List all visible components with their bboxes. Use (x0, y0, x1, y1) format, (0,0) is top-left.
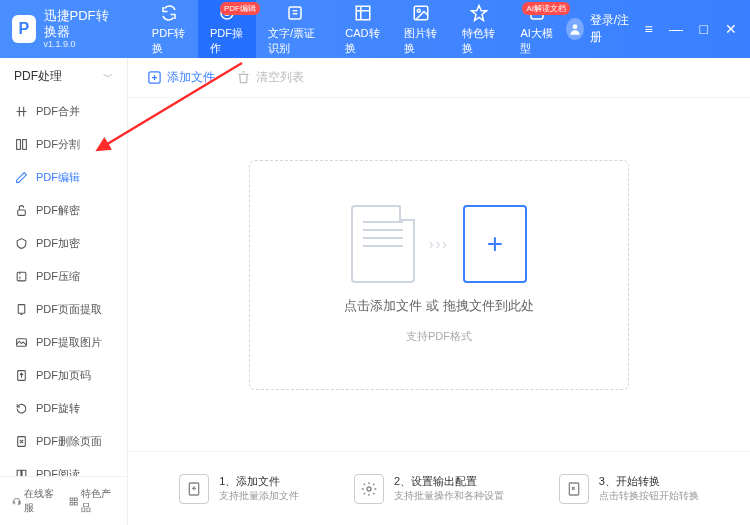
nav-image[interactable]: 图片转换 (392, 0, 450, 58)
sidebar-item-merge[interactable]: PDF合并 (0, 95, 127, 128)
plus-box-icon: + (463, 205, 527, 283)
nav-pdf-operate[interactable]: PDF编辑 PDF操作 (198, 0, 256, 58)
headset-icon (12, 496, 21, 507)
drop-zone[interactable]: ››› + 点击添加文件 或 拖拽文件到此处 支持PDF格式 (249, 160, 629, 390)
toolbar: 添加文件 清空列表 (128, 58, 750, 98)
logo-area: P 迅捷PDF转换器 v1.1.9.0 (0, 8, 132, 50)
sidebar-list: PDF合并 PDF分割 PDF编辑 PDF解密 PDF加密 PDF压缩 PDF页… (0, 95, 127, 476)
unlock-icon (14, 204, 28, 218)
nav-cad[interactable]: CAD转换 (333, 0, 392, 58)
app-version: v1.1.9.0 (44, 39, 120, 50)
step-1: 1、添加文件支持批量添加文件 (179, 474, 299, 504)
chevron-down-icon: ﹀ (103, 70, 113, 84)
app-title: 迅捷PDF转换器 (44, 8, 120, 39)
steps-bar: 1、添加文件支持批量添加文件 2、设置输出配置支持批量操作和各种设置 3、开始转… (128, 451, 750, 525)
svg-rect-12 (17, 272, 26, 281)
image-icon (411, 3, 431, 23)
sidebar-footer: 在线客服 特色产品 (0, 476, 127, 525)
svg-point-25 (367, 487, 371, 491)
grid-icon (69, 496, 78, 507)
login-button[interactable]: 登录/注册 (566, 12, 632, 46)
featured-link[interactable]: 特色产品 (69, 487, 116, 515)
sidebar-item-split[interactable]: PDF分割 (0, 128, 127, 161)
sidebar-item-compress[interactable]: PDF压缩 (0, 260, 127, 293)
delete-icon (14, 435, 28, 449)
drop-area: ››› + 点击添加文件 或 拖拽文件到此处 支持PDF格式 (128, 98, 750, 451)
clear-list-button[interactable]: 清空列表 (235, 69, 304, 86)
sidebar-title[interactable]: PDF处理 ﹀ (0, 58, 127, 95)
sidebar-item-extract-image[interactable]: PDF提取图片 (0, 326, 127, 359)
sidebar-item-rotate[interactable]: PDF旋转 (0, 392, 127, 425)
svg-rect-13 (18, 305, 25, 314)
document-icon (351, 205, 415, 283)
minimize-button[interactable]: — (665, 16, 687, 42)
sidebar-item-decrypt[interactable]: PDF解密 (0, 194, 127, 227)
header: P 迅捷PDF转换器 v1.1.9.0 PDF转换 PDF编辑 PDF操作 文字… (0, 0, 750, 58)
lock-icon (14, 237, 28, 251)
edit-icon (14, 171, 28, 185)
nav-special[interactable]: 特色转换 (450, 0, 508, 58)
svg-rect-17 (13, 501, 15, 503)
nav-badge-ai: AI解读文档 (522, 2, 570, 15)
svg-rect-11 (17, 210, 25, 215)
star-icon (469, 3, 489, 23)
sidebar: PDF处理 ﹀ PDF合并 PDF分割 PDF编辑 PDF解密 PDF加密 PD… (0, 58, 128, 525)
rotate-icon (14, 402, 28, 416)
sidebar-item-encrypt[interactable]: PDF加密 (0, 227, 127, 260)
svg-point-4 (418, 9, 421, 12)
svg-rect-10 (22, 140, 26, 150)
sidebar-item-delete-page[interactable]: PDF删除页面 (0, 425, 127, 458)
step2-icon (354, 474, 384, 504)
svg-rect-22 (74, 502, 77, 505)
main-content: 添加文件 清空列表 ››› + 点击添加文件 或 拖拽文件到此处 支持PDF格式 (128, 58, 750, 525)
dots-icon: ››› (429, 236, 449, 252)
trash-icon (235, 70, 251, 86)
header-right: 登录/注册 ≡ — □ ✕ (566, 12, 750, 46)
cad-icon (353, 3, 373, 23)
read-icon (14, 468, 28, 477)
convert-icon (159, 3, 179, 23)
plus-circle-icon (146, 70, 162, 86)
step-2: 2、设置输出配置支持批量操作和各种设置 (354, 474, 504, 504)
avatar-icon (566, 18, 584, 40)
support-link[interactable]: 在线客服 (12, 487, 59, 515)
step-3: 3、开始转换点击转换按钮开始转换 (559, 474, 699, 504)
sidebar-item-add-page-number[interactable]: PDF加页码 (0, 359, 127, 392)
nav-pdf-convert[interactable]: PDF转换 (140, 0, 198, 58)
nav-ai[interactable]: AI解读文档 AI大模型 (508, 0, 566, 58)
menu-button[interactable]: ≡ (638, 16, 660, 42)
svg-rect-9 (16, 140, 20, 150)
top-nav: PDF转换 PDF编辑 PDF操作 文字/票证识别 CAD转换 图片转换 特色转… (140, 0, 566, 58)
svg-rect-20 (74, 497, 77, 500)
step1-icon (179, 474, 209, 504)
drop-illustration: ››› + (351, 205, 527, 283)
nav-badge: PDF编辑 (220, 2, 260, 15)
maximize-button[interactable]: □ (693, 16, 715, 42)
ocr-icon (285, 3, 305, 23)
step3-icon (559, 474, 589, 504)
pagenum-icon (14, 369, 28, 383)
image-extract-icon (14, 336, 28, 350)
extract-icon (14, 303, 28, 317)
split-icon (14, 138, 28, 152)
app-logo-icon: P (12, 15, 36, 43)
compress-icon (14, 270, 28, 284)
svg-point-8 (573, 24, 578, 29)
sidebar-item-edit[interactable]: PDF编辑 (0, 161, 127, 194)
svg-rect-19 (70, 497, 73, 500)
nav-ocr[interactable]: 文字/票证识别 (256, 0, 333, 58)
drop-title: 点击添加文件 或 拖拽文件到此处 (344, 297, 533, 315)
add-file-button[interactable]: 添加文件 (146, 69, 215, 86)
sidebar-item-extract-page[interactable]: PDF页面提取 (0, 293, 127, 326)
merge-icon (14, 105, 28, 119)
sidebar-item-read[interactable]: PDF阅读 (0, 458, 127, 476)
svg-rect-21 (70, 502, 73, 505)
close-button[interactable]: ✕ (720, 16, 742, 42)
drop-subtitle: 支持PDF格式 (406, 329, 472, 344)
